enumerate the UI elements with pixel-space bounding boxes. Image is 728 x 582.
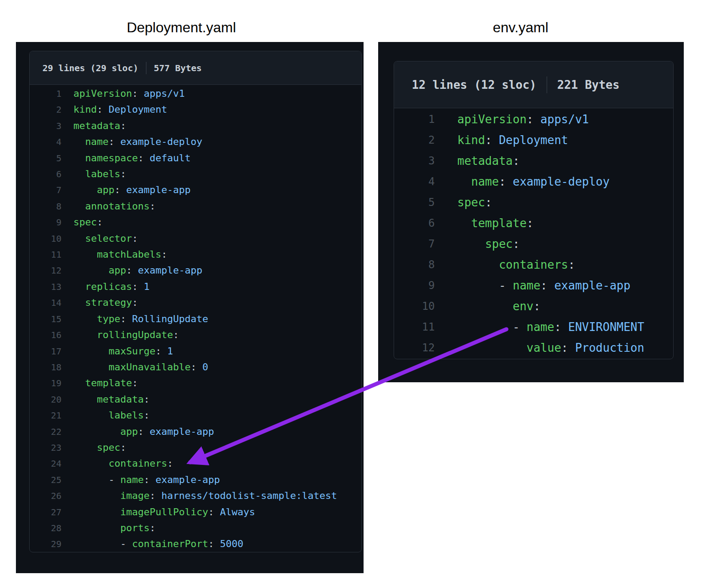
- code-viewer: 1apiVersion: apps/v12kind: Deployment3me…: [394, 108, 673, 358]
- yaml-punctuation: :: [120, 168, 126, 179]
- line-number[interactable]: 8: [30, 198, 61, 214]
- line-number[interactable]: 2: [394, 130, 435, 151]
- line-number[interactable]: 12: [30, 262, 61, 278]
- line-number[interactable]: 26: [30, 488, 61, 504]
- code-line: 24 containers:: [30, 456, 361, 472]
- code-line: 10 selector:: [30, 231, 361, 247]
- line-number[interactable]: 11: [394, 317, 435, 338]
- yaml-key: containerPort: [132, 538, 208, 549]
- code-text: env:: [435, 296, 540, 317]
- yaml-key: imagePullPolicy: [120, 506, 208, 517]
- file-meta-header: 12 lines (12 sloc) 221 Bytes: [394, 61, 673, 108]
- line-number[interactable]: 9: [394, 275, 435, 296]
- code-line: 15 type: RollingUpdate: [30, 311, 361, 327]
- line-number[interactable]: 28: [30, 520, 61, 536]
- line-number[interactable]: 5: [394, 192, 435, 213]
- line-number[interactable]: 7: [30, 182, 61, 198]
- line-number[interactable]: 6: [394, 213, 435, 234]
- line-number[interactable]: 3: [30, 118, 61, 134]
- line-number[interactable]: 16: [30, 327, 61, 343]
- line-number[interactable]: 6: [30, 166, 61, 182]
- line-number[interactable]: 18: [30, 359, 61, 375]
- line-number[interactable]: 15: [30, 311, 61, 327]
- line-number[interactable]: 1: [394, 109, 435, 130]
- line-number[interactable]: 10: [30, 231, 61, 247]
- yaml-punctuation: :: [167, 458, 173, 469]
- yaml-punctuation: :: [120, 442, 126, 453]
- line-number[interactable]: 3: [394, 151, 435, 171]
- line-number[interactable]: 24: [30, 456, 61, 472]
- line-number[interactable]: 14: [30, 295, 61, 311]
- code-text: spec:: [435, 234, 520, 255]
- yaml-punctuation: :: [161, 249, 167, 260]
- code-text: kind: Deployment: [435, 130, 568, 151]
- line-number[interactable]: 7: [394, 234, 435, 255]
- line-number[interactable]: 1: [30, 86, 61, 102]
- yaml-key: namespace: [85, 152, 138, 164]
- line-number[interactable]: 5: [30, 150, 61, 166]
- line-number[interactable]: 2: [30, 102, 61, 118]
- yaml-punctuation: [73, 168, 85, 179]
- code-text: app: example-app: [61, 262, 202, 278]
- line-number[interactable]: 22: [30, 424, 61, 440]
- line-number[interactable]: 17: [30, 343, 61, 359]
- line-number[interactable]: 27: [30, 504, 61, 520]
- yaml-punctuation: [457, 258, 499, 271]
- yaml-value: RollingUpdate: [132, 313, 208, 324]
- line-number[interactable]: 4: [30, 134, 61, 150]
- line-number[interactable]: 25: [30, 472, 61, 488]
- yaml-punctuation: :: [132, 377, 138, 388]
- yaml-punctuation: :: [132, 297, 138, 308]
- code-text: maxSurge: 1: [61, 343, 173, 359]
- yaml-punctuation: :: [108, 136, 120, 147]
- code-text: type: RollingUpdate: [61, 311, 208, 327]
- yaml-punctuation: :: [144, 410, 149, 421]
- line-number[interactable]: 12: [394, 338, 435, 358]
- line-number[interactable]: 8: [394, 255, 435, 275]
- line-number[interactable]: 29: [30, 536, 61, 552]
- yaml-key: name: [513, 279, 540, 292]
- yaml-punctuation: :: [485, 196, 492, 209]
- yaml-punctuation: [73, 458, 108, 469]
- yaml-key: rollingUpdate: [97, 329, 173, 340]
- code-line: 13 replicas: 1: [30, 279, 361, 295]
- yaml-punctuation: [73, 201, 85, 212]
- left-file-title: Deployment.yaml: [106, 19, 257, 35]
- yaml-punctuation: :: [149, 201, 155, 212]
- line-number[interactable]: 20: [30, 392, 61, 407]
- yaml-value: apps/v1: [540, 113, 589, 126]
- line-number[interactable]: 19: [30, 375, 61, 391]
- line-number[interactable]: 21: [30, 407, 61, 423]
- yaml-punctuation: [73, 522, 120, 533]
- file-size: 221 Bytes: [557, 78, 620, 91]
- line-number[interactable]: 10: [394, 296, 435, 317]
- line-number[interactable]: 4: [394, 171, 435, 192]
- code-line: 1apiVersion: apps/v1: [30, 86, 361, 102]
- yaml-punctuation: [73, 410, 108, 421]
- line-number[interactable]: 9: [30, 214, 61, 230]
- yaml-punctuation: :: [513, 237, 520, 251]
- deployment-yaml-panel: 29 lines (29 sloc) 577 Bytes 1apiVersion…: [16, 42, 364, 573]
- yaml-punctuation: [73, 346, 108, 357]
- line-number[interactable]: 23: [30, 440, 61, 456]
- yaml-key: name: [527, 320, 555, 334]
- line-number[interactable]: 13: [30, 279, 61, 295]
- line-number[interactable]: 11: [30, 247, 61, 262]
- env-yaml-file-card: 12 lines (12 sloc) 221 Bytes 1apiVersion…: [394, 61, 674, 359]
- yaml-punctuation: [73, 394, 97, 405]
- yaml-key: name: [85, 136, 109, 147]
- yaml-punctuation: :: [120, 313, 132, 324]
- yaml-punctuation: [73, 152, 85, 164]
- yaml-punctuation: :: [533, 300, 540, 313]
- yaml-value: Deployment: [108, 104, 167, 115]
- code-line: 25 - name: example-app: [30, 472, 361, 488]
- yaml-punctuation: :: [554, 320, 568, 334]
- code-text: value: Production: [435, 338, 644, 358]
- yaml-punctuation: [457, 175, 471, 188]
- yaml-punctuation: :: [120, 120, 126, 131]
- code-line: 9spec:: [30, 214, 361, 230]
- code-line: 2kind: Deployment: [30, 102, 361, 118]
- yaml-key: template: [85, 377, 132, 388]
- yaml-punctuation: :: [527, 217, 534, 230]
- yaml-value: apps/v1: [144, 88, 185, 99]
